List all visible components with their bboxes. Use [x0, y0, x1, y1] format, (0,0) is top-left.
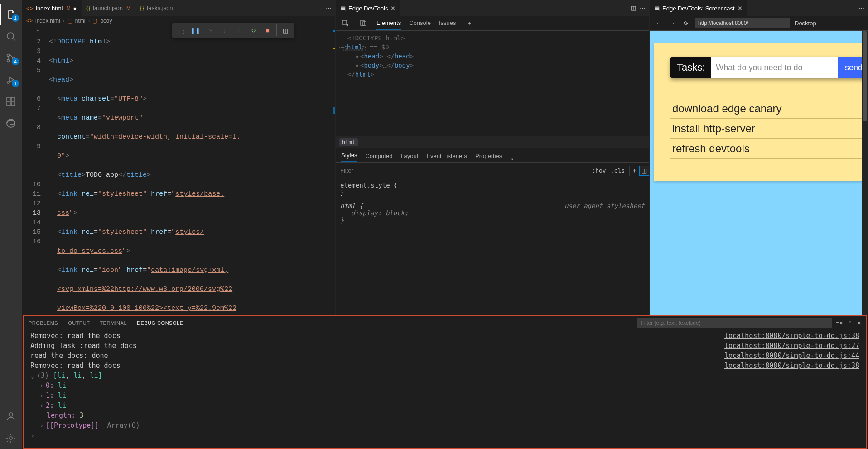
pause-icon[interactable]: ❚❚ [189, 24, 201, 36]
new-style-rule-icon[interactable]: ＋ [629, 166, 639, 176]
screencast-nav-bar: ← → ⟳ Desktop [650, 16, 868, 31]
svg-point-4 [7, 82, 9, 83]
console-filter-input[interactable] [637, 318, 832, 328]
close-icon[interactable]: ✕ [738, 5, 743, 12]
run-debug-icon[interactable]: 1 [0, 69, 22, 91]
tab-launch-json[interactable]: {} launch.json M [82, 0, 135, 16]
extensions-icon[interactable] [0, 91, 22, 112]
tab-console[interactable]: Console [409, 17, 431, 30]
debug-console-output[interactable]: Removed: read the docs Adding Task :read… [24, 330, 866, 448]
tab-edge-devtools[interactable]: ▤ Edge DevTools ✕ [336, 0, 400, 16]
tab-issues[interactable]: Issues [439, 17, 456, 30]
code-editor[interactable]: 1234 5 67 8 9 10 111213 141516 <!DOCTYPE… [22, 26, 335, 315]
add-tab-icon[interactable]: ＋ [467, 19, 473, 27]
tab-computed[interactable]: Computed [365, 153, 392, 162]
explorer-badge: 1 [12, 14, 19, 22]
more-actions-icon[interactable]: ⋯ [640, 5, 646, 11]
dom-breadcrumb[interactable]: html [336, 136, 649, 148]
url-input[interactable] [695, 18, 790, 28]
close-icon[interactable]: ✕ [391, 5, 395, 12]
devtools-pane-icon[interactable]: ◫ [280, 24, 291, 36]
svg-rect-7 [7, 102, 10, 106]
explorer-icon[interactable]: 1 [0, 4, 22, 25]
screencast-viewport[interactable]: Tasks: send download edge canary install… [650, 31, 868, 315]
tab-styles[interactable]: Styles [341, 152, 357, 162]
tab-terminal[interactable]: TERMINAL [100, 319, 127, 328]
svg-rect-6 [11, 97, 15, 101]
split-editor-icon[interactable]: ◫ [631, 5, 636, 11]
computed-pane-icon[interactable]: ◫ [639, 166, 649, 176]
tab-label: index.html [36, 5, 63, 12]
close-panel-icon[interactable]: ✕ [857, 320, 862, 326]
cls-toggle[interactable]: .cls [611, 167, 625, 174]
svg-rect-5 [7, 97, 10, 101]
expand-icon[interactable]: › [39, 401, 46, 410]
more-actions-icon[interactable]: ⋯ [858, 5, 864, 11]
step-over-icon[interactable]: ↷ [204, 24, 216, 36]
tab-event-listeners[interactable]: Event Listeners [426, 153, 467, 162]
step-into-icon[interactable]: ↓ [218, 24, 230, 36]
expand-icon[interactable]: › [39, 391, 46, 401]
devtools-pane: ▤ Edge DevTools ✕ ◫ ⋯ Elements Console I… [336, 0, 650, 315]
forward-icon[interactable]: → [668, 20, 677, 27]
step-out-icon[interactable]: ↑ [233, 24, 245, 36]
tab-debug-console[interactable]: DEBUG CONSOLE [137, 319, 183, 328]
source-link[interactable]: localhost:8080/simple-to-do.js:27 [701, 341, 859, 351]
source-link[interactable]: localhost:8080/simple-to-do.js:38 [701, 361, 859, 371]
edge-icon[interactable] [0, 112, 22, 134]
hov-toggle[interactable]: :hov [592, 167, 606, 174]
drag-handle-icon[interactable]: ⋮⋮ [175, 24, 187, 36]
svg-rect-8 [11, 102, 15, 106]
code-content[interactable]: <!DOCTYPE html> <html> <head> <meta char… [49, 26, 332, 315]
line-gutter: 1234 5 67 8 9 10 111213 141516 [22, 26, 49, 315]
task-input[interactable] [711, 57, 838, 78]
devtools-toolbar: Elements Console Issues ＋ [336, 16, 649, 31]
tab-output[interactable]: OUTPUT [68, 319, 90, 328]
tab-layout[interactable]: Layout [400, 153, 418, 162]
device-label[interactable]: Desktop [795, 20, 816, 27]
more-actions-icon[interactable]: ⋯ [326, 5, 332, 11]
console-prompt-icon[interactable]: › [30, 430, 37, 440]
todo-app: Tasks: send download edge canary install… [654, 43, 868, 181]
settings-icon[interactable] [0, 427, 22, 449]
styles-filter-input[interactable] [336, 163, 587, 179]
scm-icon[interactable]: 4 [0, 47, 22, 69]
collapse-icon[interactable]: ⌃ [848, 320, 853, 326]
tab-elements[interactable]: Elements [376, 17, 401, 30]
tab-problems[interactable]: PROBLEMS [29, 319, 58, 328]
back-icon[interactable]: ← [654, 20, 663, 27]
tab-properties[interactable]: Properties [475, 153, 502, 162]
expand-icon[interactable]: ▸ [356, 52, 360, 61]
expand-icon[interactable]: › [39, 381, 46, 391]
svg-point-11 [10, 437, 12, 439]
expand-icon[interactable]: ▸ [356, 61, 360, 70]
restart-icon[interactable]: ↻ [247, 24, 259, 36]
todo-item[interactable]: install http-server [670, 119, 868, 139]
dom-tree[interactable]: <!DOCTYPE html> ⋯<html> == $0 ▸<head>…</… [336, 31, 649, 136]
minimap[interactable] [332, 26, 335, 315]
expand-icon[interactable]: › [39, 420, 46, 430]
inspect-icon[interactable] [340, 18, 350, 28]
source-link[interactable]: localhost:8080/simple-to-do.js:38 [701, 331, 859, 341]
device-icon[interactable] [358, 18, 368, 28]
stop-icon[interactable]: ■ [262, 24, 274, 36]
search-icon[interactable] [0, 25, 22, 47]
reload-icon[interactable]: ⟳ [681, 20, 690, 27]
bottom-panel: PROBLEMS OUTPUT TERMINAL DEBUG CONSOLE ≡… [23, 315, 867, 449]
source-link[interactable]: localhost:8080/simple-to-do.js:44 [701, 351, 859, 361]
todo-item[interactable]: refresh devtools [670, 139, 868, 159]
tab-dirty-icon: ● [73, 5, 77, 12]
todo-item[interactable]: download edge canary [670, 99, 868, 119]
tab-screencast[interactable]: ▤ Edge DevTools: Screencast ✕ [650, 0, 747, 16]
editor-tab-bar: <> index.html M ● {} launch.json M {} ta… [22, 0, 335, 16]
editor-pane: <> index.html M ● {} launch.json M {} ta… [22, 0, 336, 315]
account-icon[interactable] [0, 406, 22, 427]
tab-index-html[interactable]: <> index.html M ● [22, 0, 82, 16]
styles-body[interactable]: element.style { } html {user agent style… [336, 179, 649, 315]
tab-tasks-json[interactable]: {} tasks.json [135, 0, 178, 16]
more-tabs-icon[interactable]: » [510, 155, 513, 162]
clear-console-icon[interactable]: ≡✕ [836, 320, 844, 326]
collapse-icon[interactable]: ⌄ [30, 371, 37, 381]
html-file-icon: <> [26, 18, 33, 24]
scrollbar[interactable] [862, 31, 868, 315]
